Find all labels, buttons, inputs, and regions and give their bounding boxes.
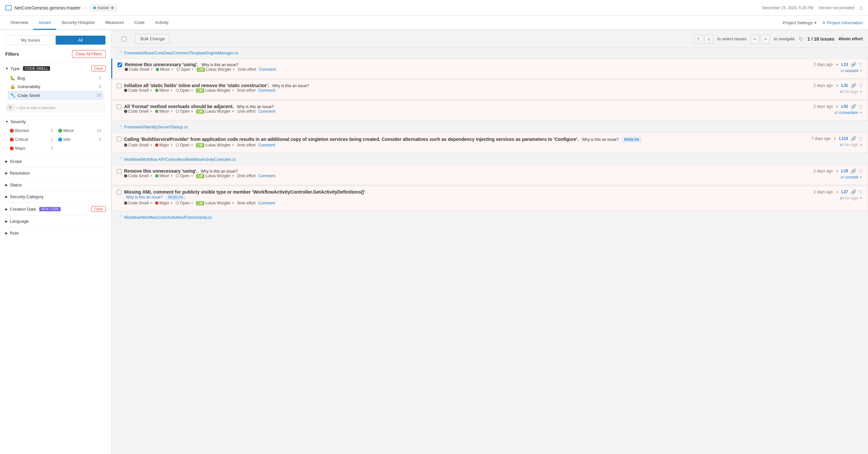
assignee-badge-3[interactable]: LW Lukas Würgler ▼	[196, 109, 234, 114]
why-link-4[interactable]: Why is this an issue?	[582, 137, 619, 142]
why-link-5[interactable]: Why is this an issue?	[200, 169, 238, 174]
no-tags-2[interactable]: No tags	[845, 89, 858, 94]
clear-all-filters-button[interactable]: Clear All Filters	[72, 50, 106, 58]
issue-checkbox-5[interactable]	[117, 169, 121, 174]
clear-creation-date-button[interactable]: Clear	[91, 206, 106, 212]
comment-link-1[interactable]: Comment	[259, 67, 276, 72]
assignee-badge-5[interactable]: LW Lukas Würgler ▼	[196, 174, 234, 178]
why-link-6[interactable]: Why is this an issue?	[126, 195, 163, 199]
status-badge-3[interactable]: Open ▼	[176, 109, 193, 114]
comment-link-3[interactable]: Comment	[258, 109, 275, 114]
type-badge-4[interactable]: Code Smell ▼	[124, 143, 153, 147]
file-path-2[interactable]: Framework/IdentityServer/Startup.cs	[124, 125, 188, 130]
link-icon-6[interactable]: 🔗	[851, 189, 856, 195]
filter-icon-3[interactable]: ▽	[859, 104, 862, 109]
arrow-up-button[interactable]: ↑	[694, 34, 703, 44]
filter-item-smell[interactable]: 🔧 Code Smell 18	[8, 91, 103, 100]
comment-link-5[interactable]: Comment	[258, 174, 275, 178]
type-filter-header[interactable]: ▼ Type CODE SMELL Clear	[5, 65, 106, 72]
branch-badge[interactable]: master ⊕	[90, 5, 117, 11]
nav-code[interactable]: Code	[129, 16, 150, 30]
link-icon-5[interactable]: 🔗	[851, 168, 856, 174]
severity-blocker[interactable]: Blocker 0	[8, 127, 55, 134]
nav-security-hotspots[interactable]: Security Hotspots	[56, 16, 100, 30]
tag-badge-3[interactable]: convention	[839, 110, 858, 115]
nav-measures[interactable]: Measures	[100, 16, 129, 30]
comment-link-2[interactable]: Comment	[258, 88, 275, 93]
link-icon-2[interactable]: 🔗	[851, 83, 856, 88]
comment-link-6[interactable]: Comment	[258, 201, 275, 205]
severity-badge-3[interactable]: Minor ▼	[155, 109, 173, 114]
issue-checkbox-6[interactable]	[117, 190, 121, 195]
nav-activity[interactable]: Activity	[150, 16, 174, 30]
link-icon-4[interactable]: 🔗	[851, 136, 856, 141]
arrow-down-button[interactable]: ↓	[704, 34, 714, 44]
link-icon-1[interactable]: 🔗	[851, 62, 856, 67]
filter-icon-6[interactable]: ▽	[859, 189, 862, 195]
type-badge-6[interactable]: Code Smell ▼	[124, 201, 153, 205]
filter-icon-4[interactable]: ▽	[859, 136, 862, 141]
my-issues-button[interactable]: My Issues	[6, 36, 56, 45]
status-badge-4[interactable]: Open ▼	[176, 143, 193, 147]
comment-link-4[interactable]: Comment	[258, 143, 275, 147]
link-icon-3[interactable]: 🔗	[851, 104, 856, 109]
filter-icon-5[interactable]: ▽	[859, 168, 862, 174]
scope-filter[interactable]: ▶ Scope	[5, 155, 106, 167]
resolution-filter[interactable]: ▶ Resolution	[5, 167, 106, 179]
language-filter[interactable]: ▶ Language	[5, 215, 106, 227]
severity-badge-5[interactable]: Minor ▼	[155, 174, 173, 178]
status-badge-2[interactable]: Open ▼	[176, 88, 193, 93]
why-link-3[interactable]: Why is this an issue?	[237, 105, 274, 109]
issue-checkbox-4[interactable]	[117, 137, 121, 141]
issue-checkbox-1[interactable]	[118, 62, 122, 67]
severity-filter-header[interactable]: ▼ Severity	[5, 119, 106, 124]
navigate-right-button[interactable]: →	[761, 34, 770, 44]
nav-issues[interactable]: Issues	[33, 16, 56, 30]
assignee-badge-1[interactable]: LW Lukas Würgler ▼	[197, 67, 235, 72]
filter-item-bug[interactable]: 🐛 Bug 0	[8, 74, 103, 82]
status-badge-6[interactable]: Open ▼	[176, 201, 193, 205]
file-path-1[interactable]: Framework/Base/CoreData/Common/TemplateE…	[124, 51, 238, 55]
assignee-badge-4[interactable]: LW Lukas Würgler ▼	[196, 143, 234, 147]
filter-icon-1[interactable]: ▽	[859, 62, 862, 67]
assignee-badge-2[interactable]: LW Lukas Würgler ▼	[196, 88, 234, 93]
type-badge-5[interactable]: Code Smell ▼	[124, 174, 153, 178]
issue-checkbox-3[interactable]	[117, 105, 121, 109]
bulk-change-button[interactable]: Bulk Change	[135, 34, 169, 44]
severity-major[interactable]: Major 3	[8, 144, 55, 152]
severity-badge-2[interactable]: Minor ▼	[155, 88, 173, 93]
why-link-2[interactable]: Why is this an issue?	[272, 84, 309, 88]
no-tags-6[interactable]: No tags	[845, 196, 858, 200]
project-settings-button[interactable]: Project Settings ▼	[783, 20, 817, 25]
home-icon[interactable]: ⌂	[860, 5, 863, 11]
navigate-left-button[interactable]: ←	[750, 34, 760, 44]
creation-date-filter[interactable]: ▶ Creation Date NEW CODE Clear	[5, 202, 106, 215]
why-link-1[interactable]: Why is this an issue?	[201, 62, 238, 67]
severity-badge-6[interactable]: Major ▼	[155, 201, 173, 205]
filter-item-vuln[interactable]: 🔒 Vulnerability 0	[8, 83, 103, 90]
severity-info[interactable]: Info 0	[56, 136, 103, 143]
status-badge-5[interactable]: Open ▼	[176, 174, 193, 178]
rule-filter[interactable]: ▶ Rule	[5, 227, 106, 239]
refresh-icon[interactable]: ↻	[799, 35, 804, 42]
tag-badge-1[interactable]: unused	[845, 68, 858, 73]
file-path-4[interactable]: Workflow/Workflow.Core/Activities/Finish…	[124, 215, 212, 220]
filter-icon-2[interactable]: ▽	[859, 83, 862, 88]
all-issues-button[interactable]: All	[56, 36, 106, 45]
severity-critical[interactable]: Critical 1	[8, 136, 55, 143]
clear-type-filter-button[interactable]: Clear	[91, 65, 106, 72]
project-info-button[interactable]: ≡ Project Information	[823, 20, 863, 25]
no-tags-4[interactable]: No tags	[845, 142, 858, 147]
severity-badge-1[interactable]: Minor ▼	[156, 67, 174, 72]
nav-overview[interactable]: Overview	[5, 16, 33, 30]
issue-checkbox-2[interactable]	[117, 84, 121, 88]
type-badge-1[interactable]: Code Smell ▼	[125, 67, 153, 72]
assignee-badge-6[interactable]: LW Lukas Würgler ▼	[196, 201, 234, 205]
severity-badge-4[interactable]: Major ▼	[155, 143, 173, 147]
file-path-3[interactable]: Workflow/Workflow.API/Controllers/Workfl…	[124, 157, 236, 162]
status-filter[interactable]: ▶ Status	[5, 179, 106, 191]
tag-badge-5[interactable]: unused	[845, 175, 858, 179]
select-all-checkbox[interactable]	[122, 37, 126, 41]
status-badge-1[interactable]: Open ▼	[177, 67, 194, 72]
severity-minor[interactable]: Minor 14	[56, 127, 103, 134]
